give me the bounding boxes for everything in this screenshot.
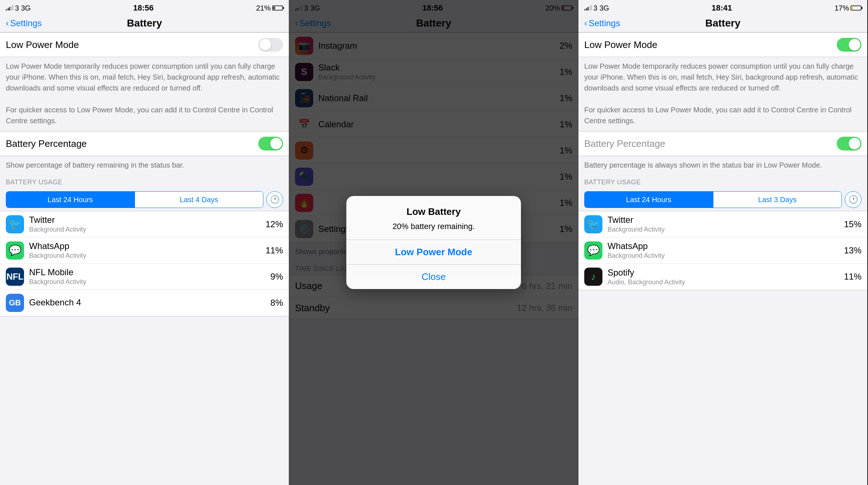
battery-pct-desc-1: Show percentage of battery remaining in … <box>0 156 289 176</box>
app-list-1: 🐦 Twitter Background Activity 12% 💬 What… <box>0 211 289 316</box>
battery-pct-text: 21% <box>256 4 271 12</box>
low-power-desc-1: Low Power Mode temporarily reduces power… <box>0 57 289 131</box>
battery-pct-group-1: Battery Percentage <box>0 131 289 156</box>
app-list-3: 🐦 Twitter Background Activity 15% 💬 What… <box>578 211 867 290</box>
app-sub-whatsapp-1: Background Activity <box>29 252 266 260</box>
segment-24h-1[interactable]: Last 24 Hours <box>6 192 134 208</box>
signal-icon <box>6 5 13 11</box>
panel-1: 3 3G 18:56 21% ‹ Settings Battery Low Po… <box>0 0 289 485</box>
battery-icon <box>272 5 283 11</box>
low-power-mode-row-3: Low Power Mode <box>578 33 867 57</box>
carrier-text: 3 3G <box>15 4 31 12</box>
carrier-text-3: 3 3G <box>593 4 609 12</box>
app-sub-twitter-1: Background Activity <box>29 226 266 233</box>
alert-box-2: Low Battery 20% battery remaining. Low P… <box>346 196 521 289</box>
back-label-3[interactable]: Settings <box>589 18 620 28</box>
chevron-left-icon-3: ‹ <box>584 18 587 28</box>
battery-pct-group-3: Battery Percentage <box>578 131 867 156</box>
app-name-whatsapp-3: WhatsApp <box>608 241 844 251</box>
app-item-whatsapp-1: 💬 WhatsApp Background Activity 11% <box>0 237 289 264</box>
clock-icon-3[interactable]: 🕐 <box>845 191 861 208</box>
panel-3: 3 3G 18:41 17% ‹ Settings Battery Low Po… <box>578 0 868 485</box>
app-icon-twitter-3: 🐦 <box>584 215 602 233</box>
low-power-mode-row-1: Low Power Mode <box>0 33 289 57</box>
low-power-mode-toggle-1[interactable] <box>258 38 283 52</box>
app-pct-whatsapp-3: 13% <box>844 245 861 256</box>
back-label-1[interactable]: Settings <box>10 18 42 28</box>
page-title-1: Battery <box>127 17 162 29</box>
alert-title-2: Low Battery <box>355 206 512 217</box>
app-icon-whatsapp-1: 💬 <box>6 241 24 260</box>
app-icon-geekbench-1: GB <box>6 294 24 312</box>
battery-pct-row-3: Battery Percentage <box>578 132 867 156</box>
app-icon-spotify-3: ♪ <box>584 268 602 286</box>
panel-2: 3 3G 18:56 20% ‹ Settings Battery <box>289 0 578 485</box>
app-item-whatsapp-3: 💬 WhatsApp Background Activity 13% <box>578 237 867 264</box>
app-icon-twitter-1: 🐦 <box>6 215 24 233</box>
app-name-twitter-3: Twitter <box>608 215 844 225</box>
app-sub-twitter-3: Background Activity <box>608 226 844 233</box>
scroll-content-1[interactable]: Low Power Mode Low Power Mode temporaril… <box>0 32 289 485</box>
app-name-nfl-1: NFL Mobile <box>29 267 270 277</box>
app-name-geekbench-1: Geekbench 4 <box>29 297 270 308</box>
alert-secondary-btn-2[interactable]: Close <box>346 265 521 289</box>
low-power-mode-label-1: Low Power Mode <box>6 39 79 51</box>
app-pct-spotify-3: 11% <box>844 272 861 282</box>
segment-control-1[interactable]: Last 24 Hours Last 4 Days <box>6 191 263 208</box>
app-icon-nfl-1: NFL <box>6 268 24 286</box>
app-item-geekbench-1: GB Geekbench 4 8% <box>0 290 289 316</box>
alert-primary-btn-2[interactable]: Low Power Mode <box>346 240 521 264</box>
app-name-spotify-3: Spotify <box>608 268 844 278</box>
segment-container-1: Last 24 Hours Last 4 Days 🕐 <box>6 191 283 208</box>
nav-bar-1: ‹ Settings Battery <box>0 15 289 32</box>
battery-icon-3 <box>851 5 861 11</box>
nav-bar-3: ‹ Settings Battery <box>578 15 867 32</box>
app-pct-nfl-1: 9% <box>270 272 283 282</box>
low-power-mode-group-3: Low Power Mode <box>578 32 867 57</box>
app-pct-twitter-1: 12% <box>266 219 283 229</box>
app-item-twitter-1: 🐦 Twitter Background Activity 12% <box>0 211 289 237</box>
alert-message-2: 20% battery remaining. <box>355 221 512 232</box>
back-button-1[interactable]: ‹ Settings <box>6 18 42 28</box>
scroll-content-3[interactable]: Low Power Mode Low Power Mode temporaril… <box>578 32 867 485</box>
battery-pct-toggle-1[interactable] <box>258 137 283 151</box>
page-title-3: Battery <box>705 17 740 29</box>
time-display: 18:56 <box>133 3 154 13</box>
segment-container-3: Last 24 Hours Last 3 Days 🕐 <box>584 191 861 208</box>
battery-pct-text-3: 17% <box>835 4 849 12</box>
battery-pct-row-1: Battery Percentage <box>0 132 289 156</box>
app-pct-twitter-3: 15% <box>844 219 861 229</box>
chevron-left-icon: ‹ <box>6 18 9 28</box>
low-power-mode-label-3: Low Power Mode <box>584 39 657 51</box>
app-pct-geekbench-1: 8% <box>270 298 283 308</box>
battery-pct-toggle-3[interactable] <box>837 137 861 151</box>
app-name-twitter-1: Twitter <box>29 215 266 225</box>
app-name-whatsapp-1: WhatsApp <box>29 241 266 251</box>
app-item-spotify-3: ♪ Spotify Audio, Background Activity 11% <box>578 264 867 290</box>
low-power-mode-group-1: Low Power Mode <box>0 32 289 57</box>
battery-usage-header-1: BATTERY USAGE <box>0 176 289 188</box>
segment-3d-3[interactable]: Last 3 Days <box>713 192 841 208</box>
app-item-nfl-1: NFL NFL Mobile Background Activity 9% <box>0 264 289 290</box>
alert-overlay-2: Low Battery 20% battery remaining. Low P… <box>289 0 578 485</box>
segment-control-3[interactable]: Last 24 Hours Last 3 Days <box>584 191 842 208</box>
clock-icon-1[interactable]: 🕐 <box>266 191 283 208</box>
app-sub-spotify-3: Audio, Background Activity <box>608 278 844 286</box>
app-pct-whatsapp-1: 11% <box>266 245 283 256</box>
low-power-desc-3: Low Power Mode temporarily reduces power… <box>578 57 867 131</box>
battery-pct-label-1: Battery Percentage <box>6 138 87 149</box>
segment-4d-1[interactable]: Last 4 Days <box>135 192 263 208</box>
low-power-mode-toggle-3[interactable] <box>837 38 861 52</box>
status-bar-1: 3 3G 18:56 21% <box>0 0 289 15</box>
app-icon-whatsapp-3: 💬 <box>584 241 602 260</box>
time-display-3: 18:41 <box>712 3 732 13</box>
battery-pct-desc-3: Battery percentage is always shown in th… <box>578 156 867 176</box>
app-item-twitter-3: 🐦 Twitter Background Activity 15% <box>578 211 867 237</box>
segment-24h-3[interactable]: Last 24 Hours <box>585 192 713 208</box>
app-sub-whatsapp-3: Background Activity <box>608 252 844 260</box>
app-sub-nfl-1: Background Activity <box>29 278 270 286</box>
back-button-3[interactable]: ‹ Settings <box>584 18 620 28</box>
battery-pct-label-3: Battery Percentage <box>584 138 665 149</box>
signal-icon-3 <box>584 5 592 11</box>
status-bar-3: 3 3G 18:41 17% <box>578 0 867 15</box>
